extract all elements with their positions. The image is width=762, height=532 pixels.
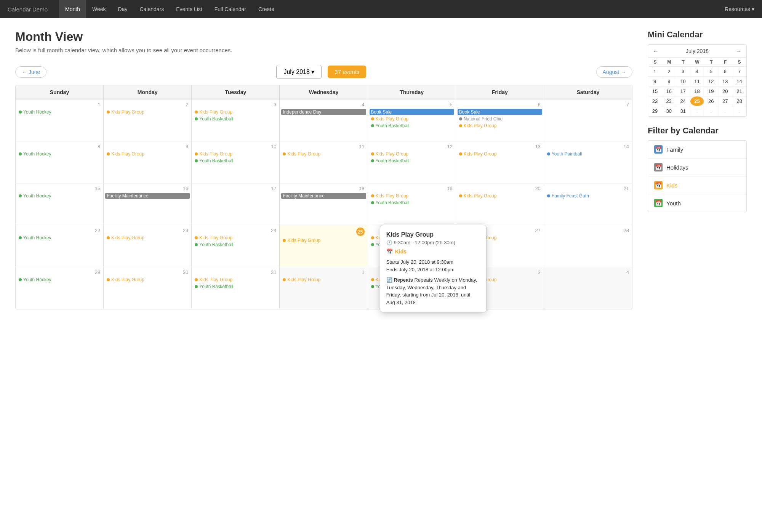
cal-day-jul24[interactable]: 24 Kids Play Group Youth Basketball (192, 225, 280, 267)
mini-day-8[interactable]: 8 (648, 77, 662, 87)
cal-day-jul7[interactable]: 7 (544, 99, 632, 141)
cal-day-jul2[interactable]: 2 Kids Play Group (104, 99, 192, 141)
cal-day-jul11[interactable]: 11 Kids Play Group (280, 141, 368, 183)
mini-day-28[interactable]: 28 (732, 96, 746, 106)
event-facility-maintenance[interactable]: Facility Maintenance (105, 193, 190, 199)
mini-prev-button[interactable]: ← (653, 48, 659, 54)
cal-day-jul25[interactable]: 25 Kids Play Group (280, 225, 368, 267)
month-selector[interactable]: July 2018 ▾ (276, 65, 322, 79)
filter-holidays[interactable]: 📅 Holidays (648, 159, 746, 176)
cal-day-jul22[interactable]: 22 Youth Hockey (16, 225, 104, 267)
event-youth-basketball[interactable]: Youth Basketball (193, 242, 278, 248)
event-youth-hockey[interactable]: Youth Hockey (17, 109, 102, 115)
event-youth-hockey[interactable]: Youth Hockey (17, 277, 102, 283)
event-youth-basketball[interactable]: Youth Basketball (193, 116, 278, 122)
mini-day-26[interactable]: 26 (704, 96, 718, 106)
cal-day-jul21[interactable]: 21 Family Feast Gath (544, 183, 632, 225)
event-family-feast[interactable]: Family Feast Gath (546, 193, 631, 199)
mini-day-15[interactable]: 15 (648, 87, 662, 96)
cal-day-jul9[interactable]: 9 Kids Play Group (104, 141, 192, 183)
mini-day-14[interactable]: 14 (732, 77, 746, 87)
event-youth-basketball[interactable]: Youth Basketball (193, 284, 278, 290)
cal-day-jul19[interactable]: 19 Kids Play Group Youth Basketball Kids… (368, 183, 456, 225)
cal-day-jul12[interactable]: 12 Kids Play Group Youth Basketball (368, 141, 456, 183)
event-kids-play-group[interactable]: Kids Play Group (458, 123, 542, 129)
event-book-sale[interactable]: Book Sale (458, 109, 542, 115)
cal-day-jul23[interactable]: 23 Kids Play Group (104, 225, 192, 267)
event-book-sale[interactable]: Book Sale (370, 109, 454, 115)
mini-day-27[interactable]: 27 (718, 96, 732, 106)
nav-events-list[interactable]: Events List (170, 0, 208, 18)
cal-day-jul29[interactable]: 29 Youth Hockey (16, 267, 104, 309)
event-kids-play-group[interactable]: Kids Play Group (105, 151, 190, 157)
cal-day-jul3[interactable]: 3 Kids Play Group Youth Basketball (192, 99, 280, 141)
mini-day-22[interactable]: 22 (648, 96, 662, 106)
event-youth-basketball[interactable]: Youth Basketball (193, 158, 278, 164)
cal-day-jul28[interactable]: 28 (544, 225, 632, 267)
event-national-fried-chic[interactable]: National Fried Chic (458, 116, 542, 122)
cal-day-jul8[interactable]: 8 Youth Hockey (16, 141, 104, 183)
mini-day-1[interactable]: 1 (648, 67, 662, 77)
event-kids-play-group[interactable]: Kids Play Group (458, 193, 542, 199)
mini-day-31[interactable]: 31 (676, 106, 690, 116)
cal-day-jul6[interactable]: 6 Book Sale National Fried Chic Kids Pla… (456, 99, 544, 141)
mini-day-21[interactable]: 21 (732, 87, 746, 96)
events-count-button[interactable]: 37 events (328, 66, 366, 78)
nav-full-calendar[interactable]: Full Calendar (208, 0, 252, 18)
cal-day-jul16[interactable]: 16 Facility Maintenance (104, 183, 192, 225)
event-kids-play-group[interactable]: Kids Play Group (105, 277, 190, 283)
event-kids-play-group[interactable]: Kids Play Group (193, 235, 278, 241)
resources-menu[interactable]: Resources ▾ (725, 6, 754, 12)
mini-day-7[interactable]: 7 (732, 67, 746, 77)
next-month-button[interactable]: August → (596, 66, 632, 78)
mini-day-10[interactable]: 10 (676, 77, 690, 87)
event-kids-play-group[interactable]: Kids Play Group (281, 277, 366, 283)
cal-day-jul31[interactable]: 31 Kids Play Group Youth Basketball (192, 267, 280, 309)
cal-day-jul18[interactable]: 18 Facility Maintenance (280, 183, 368, 225)
cal-day-jul30[interactable]: 30 Kids Play Group (104, 267, 192, 309)
event-youth-basketball[interactable]: Youth Basketball (370, 158, 454, 164)
event-kids-play-group[interactable]: Kids Play Group (370, 151, 454, 157)
event-kids-play-group[interactable]: Kids Play Group (105, 109, 190, 115)
filter-family[interactable]: 📅 Family (648, 141, 746, 159)
event-youth-basketball[interactable]: Youth Basketball (370, 123, 454, 129)
mini-day-23[interactable]: 23 (662, 96, 676, 106)
nav-calendars[interactable]: Calendars (133, 0, 170, 18)
cal-day-jul17[interactable]: 17 (192, 183, 280, 225)
event-kids-play-group[interactable]: Kids Play Group (370, 193, 454, 199)
event-kids-play-group[interactable]: Kids Play Group (281, 237, 366, 244)
mini-day-12[interactable]: 12 (704, 77, 718, 87)
mini-day-30[interactable]: 30 (662, 106, 676, 116)
mini-day-13[interactable]: 13 (718, 77, 732, 87)
filter-youth[interactable]: 📅 Youth (648, 194, 746, 212)
cal-day-jul1[interactable]: 1 Youth Hockey (16, 99, 104, 141)
mini-day-11[interactable]: 11 (690, 77, 704, 87)
event-youth-hockey[interactable]: Youth Hockey (17, 151, 102, 157)
event-youth-basketball[interactable]: Youth Basketball (370, 200, 454, 206)
event-kids-play-group[interactable]: Kids Play Group (105, 235, 190, 241)
mini-day-19[interactable]: 19 (704, 87, 718, 96)
cal-day-aug4[interactable]: 4 (544, 267, 632, 309)
mini-day-9[interactable]: 9 (662, 77, 676, 87)
nav-week[interactable]: Week (86, 0, 112, 18)
mini-day-16[interactable]: 16 (662, 87, 676, 96)
mini-day-6[interactable]: 6 (718, 67, 732, 77)
mini-next-button[interactable]: → (736, 48, 742, 54)
event-youth-hockey[interactable]: Youth Hockey (17, 193, 102, 199)
event-kids-play-group[interactable]: Kids Play Group (370, 116, 454, 122)
mini-calendar[interactable]: ← July 2018 → S M T W T F S 1 2 3 4 5 6 … (648, 44, 747, 117)
nav-create[interactable]: Create (252, 0, 280, 18)
cal-day-aug1[interactable]: 1 Kids Play Group (280, 267, 368, 309)
event-kids-play-group[interactable]: Kids Play Group (193, 109, 278, 115)
cal-day-jul5[interactable]: 5 Book Sale Kids Play Group Youth Basket… (368, 99, 456, 141)
cal-day-jul10[interactable]: 10 Kids Play Group Youth Basketball (192, 141, 280, 183)
filter-kids[interactable]: 📅 Kids (648, 176, 746, 194)
prev-month-button[interactable]: ← June (15, 66, 46, 78)
mini-day-5[interactable]: 5 (704, 67, 718, 77)
nav-month[interactable]: Month (59, 0, 86, 18)
mini-day-4[interactable]: 4 (690, 67, 704, 77)
mini-day-25-today[interactable]: 25 (690, 96, 704, 106)
mini-day-24[interactable]: 24 (676, 96, 690, 106)
cal-day-jul4[interactable]: 4 Independence Day (280, 99, 368, 141)
mini-day-29[interactable]: 29 (648, 106, 662, 116)
